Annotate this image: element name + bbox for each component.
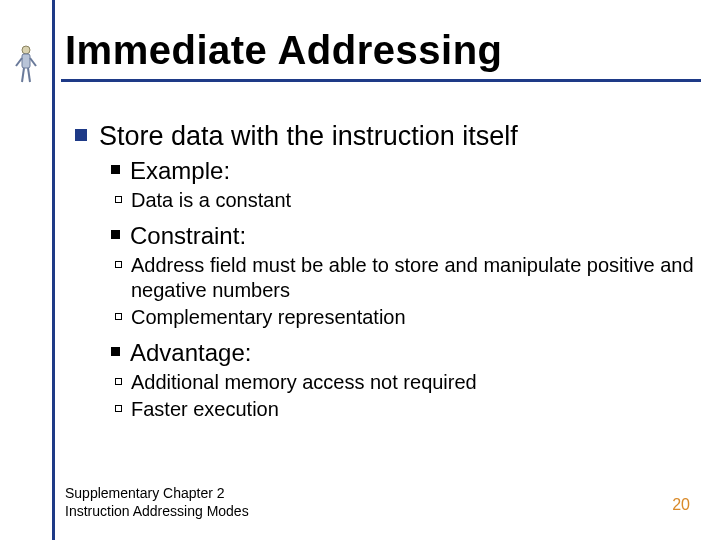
- bullet-text: Address field must be able to store and …: [131, 253, 695, 303]
- bullet-level2: Advantage:: [111, 338, 695, 368]
- page-number: 20: [672, 496, 690, 514]
- bullet-level3: Data is a constant: [115, 188, 695, 213]
- svg-line-5: [28, 68, 30, 82]
- bullet-level3: Faster execution: [115, 397, 695, 422]
- content-area: Store data with the instruction itself E…: [75, 120, 695, 430]
- bullet-text: Faster execution: [131, 397, 279, 422]
- square-bullet-icon: [75, 129, 87, 141]
- bullet-level1: Store data with the instruction itself: [75, 120, 695, 152]
- svg-line-4: [22, 68, 24, 82]
- bullet-text: Data is a constant: [131, 188, 291, 213]
- bullet-text: Store data with the instruction itself: [99, 120, 518, 152]
- footer-line-1: Supplementary Chapter 2: [65, 485, 249, 503]
- square-bullet-icon: [111, 230, 120, 239]
- bullet-text: Advantage:: [130, 338, 251, 368]
- logo-icon: [12, 42, 40, 86]
- bullet-level3: Complementary representation: [115, 305, 695, 330]
- page-title: Immediate Addressing: [65, 28, 685, 73]
- bullet-text: Complementary representation: [131, 305, 406, 330]
- svg-point-0: [22, 46, 30, 54]
- square-bullet-icon: [111, 165, 120, 174]
- footer-left: Supplementary Chapter 2 Instruction Addr…: [65, 485, 249, 520]
- bullet-text: Example:: [130, 156, 230, 186]
- hollow-square-bullet-icon: [115, 378, 122, 385]
- bullet-level3: Additional memory access not required: [115, 370, 695, 395]
- bullet-level2: Example:: [111, 156, 695, 186]
- hollow-square-bullet-icon: [115, 196, 122, 203]
- hollow-square-bullet-icon: [115, 313, 122, 320]
- title-underline: [61, 79, 701, 82]
- bullet-text: Additional memory access not required: [131, 370, 477, 395]
- svg-rect-1: [22, 54, 30, 68]
- square-bullet-icon: [111, 347, 120, 356]
- hollow-square-bullet-icon: [115, 405, 122, 412]
- hollow-square-bullet-icon: [115, 261, 122, 268]
- title-block: Immediate Addressing: [65, 28, 685, 82]
- svg-line-2: [16, 58, 22, 66]
- vertical-rule: [52, 0, 55, 540]
- svg-line-3: [30, 58, 36, 66]
- footer-line-2: Instruction Addressing Modes: [65, 503, 249, 521]
- bullet-level2: Constraint:: [111, 221, 695, 251]
- bullet-text: Constraint:: [130, 221, 246, 251]
- bullet-level3: Address field must be able to store and …: [115, 253, 695, 303]
